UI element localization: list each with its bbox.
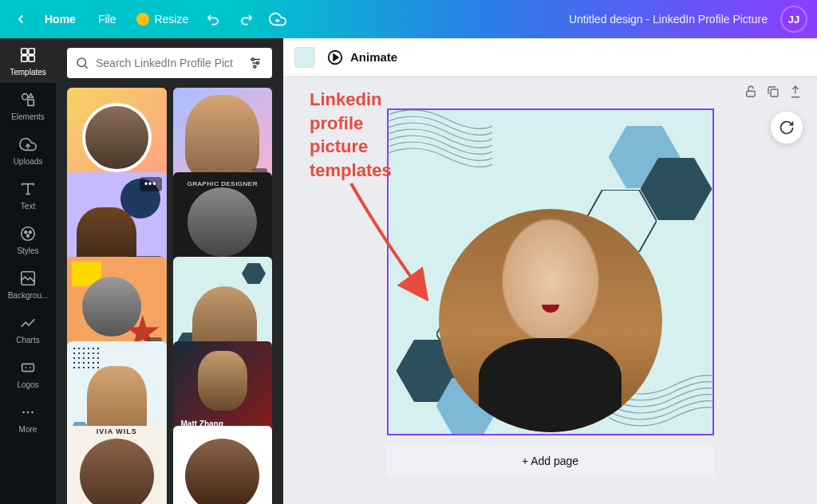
search-icon [75,56,89,70]
template-text: GRAPHIC DESIGNER [187,180,258,187]
template-grid: •••♕ PRO GRAPHIC DESIGNER Hire Me Matt Z… [56,88,283,504]
svg-rect-3 [29,55,34,61]
nav-text[interactable]: Text [0,172,56,217]
nav-uploads[interactable]: Uploads [0,128,56,172]
canvas-toolbar: Animate [283,38,817,77]
side-navigation: Templates Elements Uploads Text Styles B… [0,38,56,504]
template-card[interactable]: IVIA WILS [67,426,167,504]
background-color-picker[interactable] [294,47,315,68]
search-box[interactable] [67,48,272,78]
logos-icon [18,358,37,377]
styles-icon [18,224,37,243]
svg-rect-5 [28,100,34,105]
elements-icon [18,90,37,109]
nav-charts[interactable]: Charts [0,306,56,351]
svg-rect-20 [747,91,756,96]
duplicate-icon[interactable] [766,85,780,99]
wave-decoration [387,108,492,198]
nav-label: Backgrou... [8,291,49,300]
nav-logos[interactable]: Logos [0,351,56,396]
nav-more[interactable]: More [0,396,56,440]
more-icon [18,403,37,422]
background-icon [18,269,37,288]
resize-label: Resize [154,13,188,26]
file-menu[interactable]: File [89,8,126,30]
svg-point-8 [29,230,31,233]
nav-elements[interactable]: Elements [0,83,56,128]
template-card[interactable] [173,426,273,504]
template-name: IVIA WILS [97,427,137,435]
svg-point-6 [22,226,35,240]
svg-point-14 [31,411,34,413]
templates-icon [18,45,37,65]
svg-rect-0 [22,48,27,53]
document-title[interactable]: Untitled design - LinkedIn Profile Pictu… [569,13,768,26]
resize-button[interactable]: Resize [128,8,196,30]
nav-label: More [19,425,37,434]
svg-point-16 [252,58,255,61]
svg-point-15 [77,58,86,67]
back-button[interactable] [10,8,32,30]
filter-button[interactable] [247,54,264,72]
svg-rect-1 [29,48,34,53]
undo-button[interactable] [199,5,228,33]
top-menu-bar: Home File Resize Untitled design - Linke… [0,0,817,38]
more-options-icon[interactable]: ••• [140,177,162,191]
redo-button[interactable] [231,5,260,33]
nav-label: Text [21,202,35,211]
svg-point-12 [22,411,25,413]
crown-icon [136,13,149,26]
nav-background[interactable]: Backgrou... [0,262,56,306]
nav-templates[interactable]: Templates [0,38,56,83]
nav-label: Charts [16,336,39,345]
templates-panel: •••♕ PRO GRAPHIC DESIGNER Hire Me Matt Z… [56,38,283,504]
svg-point-13 [27,411,30,413]
nav-label: Templates [10,68,46,77]
text-icon [18,179,37,199]
profile-photo-circle [439,209,662,432]
design-canvas[interactable] [387,108,714,435]
animate-label: Animate [350,50,397,64]
charts-icon [18,313,37,333]
add-page-button[interactable]: + Add page [387,445,714,477]
uploads-icon [18,135,37,154]
nav-styles[interactable]: Styles [0,217,56,262]
home-menu[interactable]: Home [35,8,85,30]
nav-label: Logos [17,380,38,389]
page-tools [744,85,803,99]
regenerate-button[interactable] [771,112,803,144]
animate-icon [326,49,344,66]
svg-point-9 [27,234,30,237]
svg-rect-11 [22,364,34,371]
svg-rect-21 [771,89,778,96]
svg-rect-2 [22,55,27,61]
svg-point-4 [22,93,28,99]
search-input[interactable] [96,57,240,69]
lock-icon[interactable] [744,85,758,99]
canvas-area: Animate [283,38,817,504]
nav-label: Elements [11,112,45,121]
upload-icon[interactable] [788,85,803,99]
nav-label: Styles [17,246,38,255]
svg-point-17 [257,62,259,65]
cloud-sync-icon[interactable] [263,5,292,33]
svg-point-7 [25,230,27,233]
svg-point-18 [254,65,256,68]
user-avatar[interactable]: JJ [780,6,807,33]
animate-button[interactable]: Animate [326,49,397,66]
nav-label: Uploads [14,157,43,166]
